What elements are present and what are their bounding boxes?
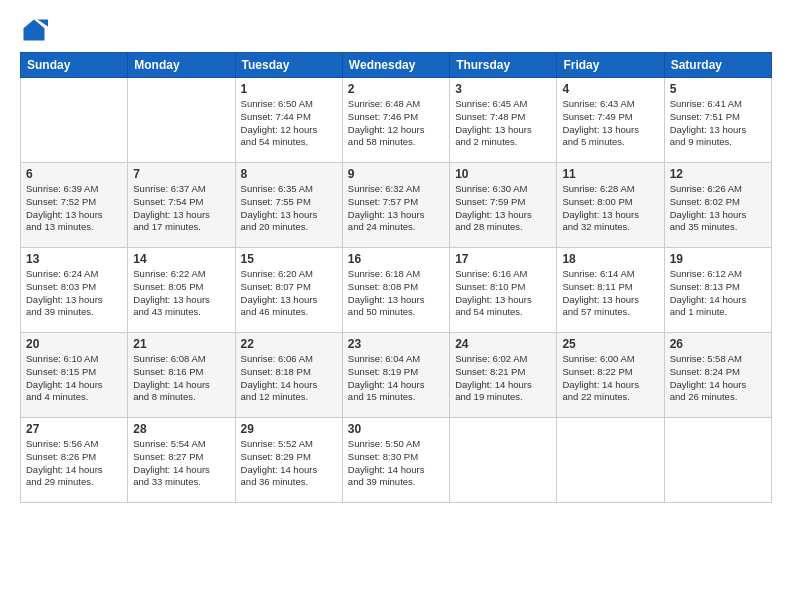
day-number: 14: [133, 252, 229, 266]
weekday-saturday: Saturday: [664, 53, 771, 78]
weekday-tuesday: Tuesday: [235, 53, 342, 78]
week-row-2: 6Sunrise: 6:39 AM Sunset: 7:52 PM Daylig…: [21, 163, 772, 248]
page: SundayMondayTuesdayWednesdayThursdayFrid…: [0, 0, 792, 612]
logo-icon: [20, 16, 48, 44]
day-number: 17: [455, 252, 551, 266]
calendar-cell: 18Sunrise: 6:14 AM Sunset: 8:11 PM Dayli…: [557, 248, 664, 333]
day-number: 5: [670, 82, 766, 96]
weekday-monday: Monday: [128, 53, 235, 78]
calendar-cell: 20Sunrise: 6:10 AM Sunset: 8:15 PM Dayli…: [21, 333, 128, 418]
calendar-cell: 12Sunrise: 6:26 AM Sunset: 8:02 PM Dayli…: [664, 163, 771, 248]
day-info: Sunrise: 6:37 AM Sunset: 7:54 PM Dayligh…: [133, 183, 229, 234]
day-number: 15: [241, 252, 337, 266]
calendar-cell: 4Sunrise: 6:43 AM Sunset: 7:49 PM Daylig…: [557, 78, 664, 163]
day-info: Sunrise: 5:54 AM Sunset: 8:27 PM Dayligh…: [133, 438, 229, 489]
day-info: Sunrise: 6:00 AM Sunset: 8:22 PM Dayligh…: [562, 353, 658, 404]
day-info: Sunrise: 5:58 AM Sunset: 8:24 PM Dayligh…: [670, 353, 766, 404]
weekday-thursday: Thursday: [450, 53, 557, 78]
day-info: Sunrise: 6:41 AM Sunset: 7:51 PM Dayligh…: [670, 98, 766, 149]
calendar-cell: 21Sunrise: 6:08 AM Sunset: 8:16 PM Dayli…: [128, 333, 235, 418]
day-info: Sunrise: 6:20 AM Sunset: 8:07 PM Dayligh…: [241, 268, 337, 319]
day-number: 25: [562, 337, 658, 351]
day-number: 1: [241, 82, 337, 96]
calendar-cell: 11Sunrise: 6:28 AM Sunset: 8:00 PM Dayli…: [557, 163, 664, 248]
calendar-cell: 9Sunrise: 6:32 AM Sunset: 7:57 PM Daylig…: [342, 163, 449, 248]
day-info: Sunrise: 6:39 AM Sunset: 7:52 PM Dayligh…: [26, 183, 122, 234]
day-info: Sunrise: 6:26 AM Sunset: 8:02 PM Dayligh…: [670, 183, 766, 234]
day-number: 24: [455, 337, 551, 351]
day-number: 12: [670, 167, 766, 181]
calendar-cell: 17Sunrise: 6:16 AM Sunset: 8:10 PM Dayli…: [450, 248, 557, 333]
day-info: Sunrise: 6:28 AM Sunset: 8:00 PM Dayligh…: [562, 183, 658, 234]
day-number: 21: [133, 337, 229, 351]
calendar-cell: 1Sunrise: 6:50 AM Sunset: 7:44 PM Daylig…: [235, 78, 342, 163]
calendar-cell: 23Sunrise: 6:04 AM Sunset: 8:19 PM Dayli…: [342, 333, 449, 418]
day-number: 13: [26, 252, 122, 266]
calendar-cell: [21, 78, 128, 163]
calendar-cell: 29Sunrise: 5:52 AM Sunset: 8:29 PM Dayli…: [235, 418, 342, 503]
calendar-cell: 10Sunrise: 6:30 AM Sunset: 7:59 PM Dayli…: [450, 163, 557, 248]
header: [20, 16, 772, 44]
day-number: 9: [348, 167, 444, 181]
calendar-cell: 3Sunrise: 6:45 AM Sunset: 7:48 PM Daylig…: [450, 78, 557, 163]
weekday-sunday: Sunday: [21, 53, 128, 78]
calendar-cell: [664, 418, 771, 503]
day-number: 16: [348, 252, 444, 266]
day-info: Sunrise: 6:50 AM Sunset: 7:44 PM Dayligh…: [241, 98, 337, 149]
day-info: Sunrise: 6:16 AM Sunset: 8:10 PM Dayligh…: [455, 268, 551, 319]
day-number: 27: [26, 422, 122, 436]
day-info: Sunrise: 5:56 AM Sunset: 8:26 PM Dayligh…: [26, 438, 122, 489]
day-info: Sunrise: 6:22 AM Sunset: 8:05 PM Dayligh…: [133, 268, 229, 319]
day-number: 4: [562, 82, 658, 96]
day-info: Sunrise: 6:24 AM Sunset: 8:03 PM Dayligh…: [26, 268, 122, 319]
calendar-table: SundayMondayTuesdayWednesdayThursdayFrid…: [20, 52, 772, 503]
day-info: Sunrise: 6:12 AM Sunset: 8:13 PM Dayligh…: [670, 268, 766, 319]
day-info: Sunrise: 5:50 AM Sunset: 8:30 PM Dayligh…: [348, 438, 444, 489]
day-info: Sunrise: 6:35 AM Sunset: 7:55 PM Dayligh…: [241, 183, 337, 234]
calendar-cell: 30Sunrise: 5:50 AM Sunset: 8:30 PM Dayli…: [342, 418, 449, 503]
calendar-cell: 7Sunrise: 6:37 AM Sunset: 7:54 PM Daylig…: [128, 163, 235, 248]
calendar-cell: 19Sunrise: 6:12 AM Sunset: 8:13 PM Dayli…: [664, 248, 771, 333]
day-number: 2: [348, 82, 444, 96]
calendar-cell: 24Sunrise: 6:02 AM Sunset: 8:21 PM Dayli…: [450, 333, 557, 418]
week-row-1: 1Sunrise: 6:50 AM Sunset: 7:44 PM Daylig…: [21, 78, 772, 163]
day-info: Sunrise: 6:30 AM Sunset: 7:59 PM Dayligh…: [455, 183, 551, 234]
day-info: Sunrise: 6:10 AM Sunset: 8:15 PM Dayligh…: [26, 353, 122, 404]
day-number: 20: [26, 337, 122, 351]
weekday-wednesday: Wednesday: [342, 53, 449, 78]
calendar-cell: [128, 78, 235, 163]
calendar-cell: 27Sunrise: 5:56 AM Sunset: 8:26 PM Dayli…: [21, 418, 128, 503]
day-info: Sunrise: 6:14 AM Sunset: 8:11 PM Dayligh…: [562, 268, 658, 319]
week-row-5: 27Sunrise: 5:56 AM Sunset: 8:26 PM Dayli…: [21, 418, 772, 503]
week-row-4: 20Sunrise: 6:10 AM Sunset: 8:15 PM Dayli…: [21, 333, 772, 418]
day-number: 22: [241, 337, 337, 351]
day-info: Sunrise: 6:45 AM Sunset: 7:48 PM Dayligh…: [455, 98, 551, 149]
calendar-cell: [557, 418, 664, 503]
weekday-friday: Friday: [557, 53, 664, 78]
calendar-cell: 5Sunrise: 6:41 AM Sunset: 7:51 PM Daylig…: [664, 78, 771, 163]
calendar-cell: 8Sunrise: 6:35 AM Sunset: 7:55 PM Daylig…: [235, 163, 342, 248]
calendar-cell: 15Sunrise: 6:20 AM Sunset: 8:07 PM Dayli…: [235, 248, 342, 333]
day-info: Sunrise: 6:04 AM Sunset: 8:19 PM Dayligh…: [348, 353, 444, 404]
day-info: Sunrise: 6:06 AM Sunset: 8:18 PM Dayligh…: [241, 353, 337, 404]
calendar-cell: 16Sunrise: 6:18 AM Sunset: 8:08 PM Dayli…: [342, 248, 449, 333]
day-number: 6: [26, 167, 122, 181]
calendar-cell: 6Sunrise: 6:39 AM Sunset: 7:52 PM Daylig…: [21, 163, 128, 248]
day-number: 11: [562, 167, 658, 181]
calendar-cell: 22Sunrise: 6:06 AM Sunset: 8:18 PM Dayli…: [235, 333, 342, 418]
weekday-header-row: SundayMondayTuesdayWednesdayThursdayFrid…: [21, 53, 772, 78]
day-number: 8: [241, 167, 337, 181]
day-info: Sunrise: 6:48 AM Sunset: 7:46 PM Dayligh…: [348, 98, 444, 149]
day-number: 30: [348, 422, 444, 436]
day-number: 18: [562, 252, 658, 266]
day-info: Sunrise: 6:43 AM Sunset: 7:49 PM Dayligh…: [562, 98, 658, 149]
calendar-cell: 13Sunrise: 6:24 AM Sunset: 8:03 PM Dayli…: [21, 248, 128, 333]
day-info: Sunrise: 6:08 AM Sunset: 8:16 PM Dayligh…: [133, 353, 229, 404]
week-row-3: 13Sunrise: 6:24 AM Sunset: 8:03 PM Dayli…: [21, 248, 772, 333]
day-info: Sunrise: 5:52 AM Sunset: 8:29 PM Dayligh…: [241, 438, 337, 489]
day-number: 19: [670, 252, 766, 266]
day-number: 26: [670, 337, 766, 351]
calendar-cell: 25Sunrise: 6:00 AM Sunset: 8:22 PM Dayli…: [557, 333, 664, 418]
day-number: 10: [455, 167, 551, 181]
day-number: 23: [348, 337, 444, 351]
